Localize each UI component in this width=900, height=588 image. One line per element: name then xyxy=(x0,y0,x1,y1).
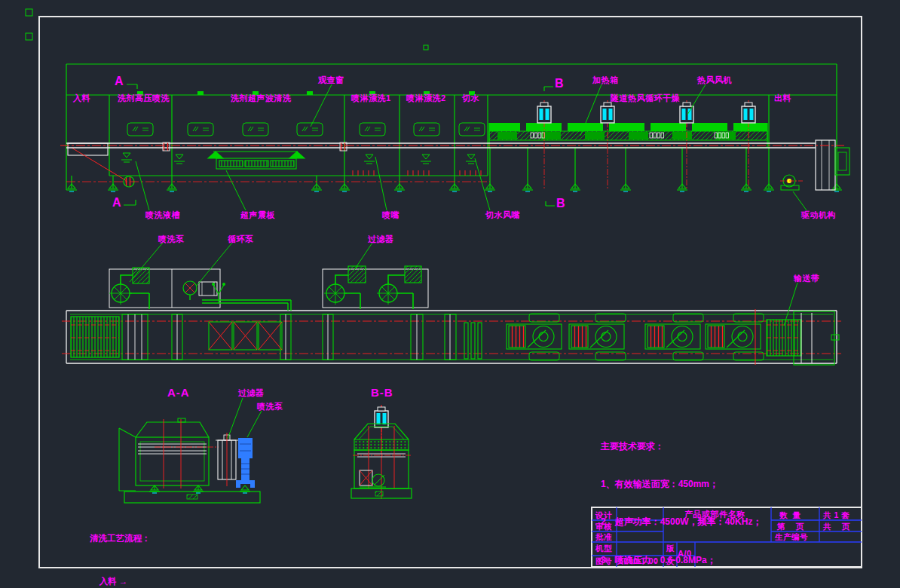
tb-rev-value: A/0 xyxy=(678,549,692,559)
drying-tunnel xyxy=(489,123,767,140)
flow-arrow: → xyxy=(119,577,128,586)
section-label-hp-spray: 洗剂高压喷洗 xyxy=(118,93,170,103)
section-label-water-cut: 切水 xyxy=(462,93,479,103)
circulation-pump-icon xyxy=(183,281,291,311)
callout-nozzle: 喷嘴 xyxy=(382,210,399,220)
tb-rev-label-bottom: 次 xyxy=(666,556,675,565)
tb-page-label: 第 页 xyxy=(777,522,804,531)
tb-model-label: 机型 xyxy=(595,544,612,553)
process-flow: 清洗工艺流程： 入料→ 洗剂高压喷洗→ 洗剂超声波清洗→ 喷淋漂洗1→ 喷淋漂洗… xyxy=(90,515,182,588)
callout-sight-window: 观查窗 xyxy=(318,75,344,85)
tb-design-label: 设计 xyxy=(595,510,612,519)
callout-spray-pump: 喷洗泵 xyxy=(158,234,185,244)
section-aa-view xyxy=(119,418,260,503)
plan-view xyxy=(62,266,841,365)
ultrasonic-tank-plan xyxy=(209,322,282,350)
aa-filter-icon xyxy=(216,433,238,486)
callout-hot-air-fan: 热风风机 xyxy=(697,75,732,85)
section-label-tunnel-dry: 隧道热风循环干燥 xyxy=(611,93,680,103)
section-marker-b-top: B xyxy=(555,77,565,90)
section-label-discharge: 出料 xyxy=(774,93,791,103)
bb-blower-icon xyxy=(360,470,386,487)
section-marker-a-top: A xyxy=(115,75,124,88)
tb-rev-label-top: 版 xyxy=(666,544,675,553)
callout-heater-box: 加热箱 xyxy=(592,75,619,85)
tb-qty-value: 共 1 套 xyxy=(823,510,849,519)
drive-mechanism-icon xyxy=(780,175,803,190)
section-label-rinse-1: 喷淋漂洗1 xyxy=(351,93,391,103)
section-marker-b-bottom: B xyxy=(556,197,566,210)
tech-requirement-item: 1、有效输送面宽：450mm； xyxy=(601,478,761,491)
tb-review-label: 审核 xyxy=(595,522,612,531)
callout-aa-spray-pump: 喷洗泵 xyxy=(257,402,283,412)
section-label-rinse-2: 喷淋漂洗2 xyxy=(406,93,446,103)
callout-conveyor-belt: 输送带 xyxy=(794,274,820,283)
callout-circulation-pump: 循环泵 xyxy=(228,234,254,244)
machine-line-art xyxy=(0,0,900,588)
callout-filter: 过滤器 xyxy=(368,234,394,244)
tb-product-name: 产品或部件名称 xyxy=(684,510,745,519)
callout-air-knife: 切水风嘴 xyxy=(485,210,520,220)
tb-approve-label: 批准 xyxy=(595,532,612,541)
blower-units xyxy=(507,309,764,365)
tech-requirements-title: 主要技术要求： xyxy=(601,440,761,453)
process-flow-steps: 入料→ 洗剂高压喷洗→ 洗剂超声波清洗→ 喷淋漂洗1→ 喷淋漂洗2→ 切水→ 隧… xyxy=(90,567,182,588)
tb-qty-label: 数 量 xyxy=(779,510,801,519)
section-label-ultrasonic: 洗剂超声波清洗 xyxy=(231,93,292,103)
tb-drawing-no: 6090-T-00 xyxy=(619,556,658,565)
input-roller-grid xyxy=(71,317,119,357)
output-roller-grid xyxy=(767,311,839,365)
feed-end xyxy=(68,143,134,187)
callout-ultrasonic-plate: 超声震板 xyxy=(240,210,275,220)
flow-step: 入料 xyxy=(99,577,117,586)
tb-pages-label: 共 页 xyxy=(823,522,850,531)
section-aa-title: A-A xyxy=(167,386,190,399)
callout-spray-tank: 喷洗液槽 xyxy=(145,210,180,220)
callout-drive: 驱动机构 xyxy=(801,210,836,220)
pump-house-2 xyxy=(323,266,428,309)
ultrasonic-plate xyxy=(208,152,305,169)
hot-air-fan-icons xyxy=(537,100,755,188)
aa-pump-icon xyxy=(236,438,255,488)
tb-production-no: 生产编号 xyxy=(775,532,808,541)
section-bb-title: B-B xyxy=(371,386,393,399)
nozzle-ticks xyxy=(353,170,481,176)
tb-drawing-no-label: 图号 xyxy=(595,556,612,565)
process-flow-title: 清洗工艺流程： xyxy=(90,533,182,544)
section-label-feed: 入料 xyxy=(73,93,90,103)
section-marker-a-bottom: A xyxy=(112,196,122,210)
cad-drawing-canvas: 入料 洗剂高压喷洗 洗剂超声波清洗 喷淋漂洗1 喷淋漂洗2 切水 隧道热风循环干… xyxy=(0,0,900,588)
callout-aa-filter: 过滤器 xyxy=(238,388,265,398)
section-bb-view xyxy=(351,405,412,499)
